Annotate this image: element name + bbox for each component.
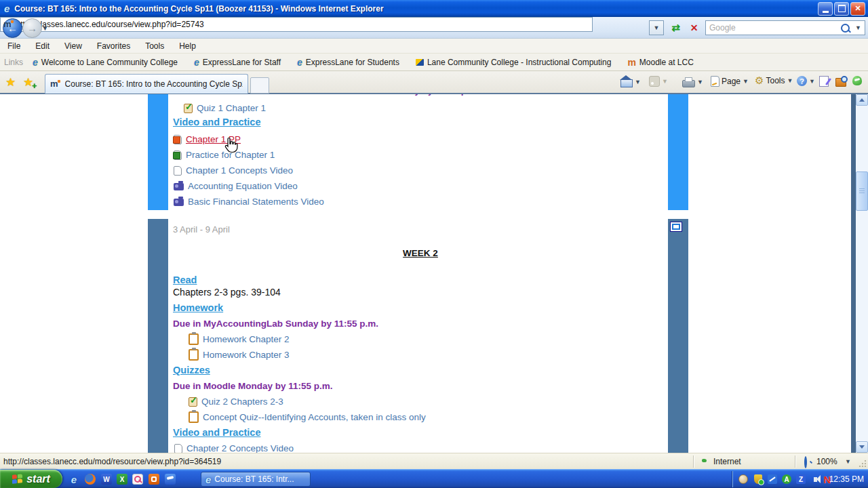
search-icon[interactable] xyxy=(841,24,850,33)
tray-green-a-icon[interactable]: A xyxy=(781,474,792,485)
square-icon xyxy=(672,224,680,230)
chevron-down-icon: ▼ xyxy=(697,79,703,85)
moodle-icon: m xyxy=(627,59,635,66)
link-expresslane-students[interactable]: e ExpressLane for Students xyxy=(297,57,399,68)
quicklaunch-ie-icon[interactable]: e xyxy=(68,473,80,485)
course-item-basic-financial-video[interactable]: Basic Financial Statements Video xyxy=(174,196,324,207)
course-item-label: Basic Financial Statements Video xyxy=(188,197,324,207)
quicklaunch-excel-icon[interactable]: X xyxy=(116,473,128,485)
forward-button[interactable]: → xyxy=(22,18,42,38)
powerpoint-icon xyxy=(174,135,182,144)
links-label: Links xyxy=(4,58,23,67)
home-button[interactable]: ▼ xyxy=(620,76,641,87)
homework-due-text: Due in MyAccountingLab Sunday by 11:55 p… xyxy=(173,319,378,329)
scroll-down-button[interactable] xyxy=(856,441,868,453)
ie-logo-icon: e xyxy=(4,3,9,14)
favorites-star-icon[interactable]: ★ xyxy=(5,75,16,89)
link-label: Welcome to Lane Community College xyxy=(41,58,178,67)
menu-file[interactable]: File xyxy=(0,41,28,51)
messenger-icon xyxy=(852,76,862,85)
forward-arrow-icon: → xyxy=(27,22,37,34)
quicklaunch-key-app-icon[interactable] xyxy=(132,473,144,485)
course-item-accounting-equation-video[interactable]: Accounting Equation Video xyxy=(174,180,298,192)
restore-icon xyxy=(838,5,846,12)
page-edge-strip xyxy=(851,94,856,453)
quicklaunch-firefox-icon[interactable] xyxy=(84,473,96,485)
close-button[interactable]: ✕ xyxy=(850,2,865,16)
clipped-due-text: Due in Moodle Monday by 11:55 p.m. xyxy=(320,94,480,96)
course-item-homework-ch2[interactable]: Homework Chapter 2 xyxy=(189,333,290,345)
menu-help[interactable]: Help xyxy=(172,41,203,51)
feeds-button[interactable]: ▼ xyxy=(649,76,668,87)
zoom-dropdown[interactable]: ▼ xyxy=(845,458,851,465)
taskbar-task-course[interactable]: e Course: BT 165: Intr... xyxy=(201,472,311,487)
homework-heading: Homework xyxy=(173,302,223,313)
menu-favorites[interactable]: Favorites xyxy=(90,41,138,51)
chevron-down-icon: ▼ xyxy=(654,24,660,31)
scrollbar-thumb[interactable] xyxy=(856,171,868,211)
page-icon xyxy=(174,444,182,453)
course-item-concept-quiz[interactable]: Concept Quiz--Identifying Accounts, take… xyxy=(189,411,426,423)
show-only-week-button[interactable] xyxy=(670,222,682,232)
zoom-lens-icon xyxy=(804,458,807,467)
course-item-ch2-concepts-video[interactable]: Chapter 2 Concepts Video xyxy=(174,443,294,453)
chevron-down-icon: ▼ xyxy=(809,78,815,85)
help-button[interactable]: ?▼ xyxy=(797,76,815,86)
research-button[interactable] xyxy=(835,76,846,87)
course-item-ch1-concepts-video[interactable]: Chapter 1 Concepts Video xyxy=(174,165,293,176)
course-item-homework-ch3[interactable]: Homework Chapter 3 xyxy=(189,349,290,361)
scroll-up-button[interactable] xyxy=(856,94,868,106)
page-icon xyxy=(174,166,182,176)
week2-left-bar xyxy=(148,219,168,453)
stop-button[interactable]: ✕ xyxy=(686,20,703,36)
assignment-icon xyxy=(189,411,199,423)
video-icon xyxy=(174,183,184,190)
refresh-button[interactable]: ⇄ xyxy=(667,20,684,36)
taskbar-clock: 12:35 PM xyxy=(829,474,864,484)
messenger-button[interactable] xyxy=(852,76,862,85)
ie-page-icon: e xyxy=(194,57,199,68)
vertical-scrollbar[interactable] xyxy=(856,94,868,453)
tray-z-icon[interactable]: Z xyxy=(795,474,806,485)
course-item-label: Homework Chapter 3 xyxy=(203,350,290,360)
tray-shield-icon[interactable] xyxy=(753,474,764,485)
assignment-icon xyxy=(189,333,199,345)
link-moodle-lcc[interactable]: m Moodle at LCC xyxy=(627,58,694,67)
quicklaunch-blue-app-icon[interactable] xyxy=(164,473,176,485)
address-dropdown-button[interactable]: ▼ xyxy=(649,20,664,35)
quicklaunch-orange-app-icon[interactable] xyxy=(148,473,160,485)
recent-pages-dropdown[interactable]: ▼ xyxy=(42,25,48,32)
page-menu-button[interactable]: Page▼ xyxy=(711,76,749,87)
quicklaunch-word-icon[interactable]: W xyxy=(100,473,113,485)
tray-round-icon[interactable] xyxy=(738,474,749,485)
menu-tools[interactable]: Tools xyxy=(138,41,172,51)
search-options-dropdown[interactable]: ▼ xyxy=(855,24,861,31)
assignment-icon xyxy=(189,349,199,361)
tray-blue-key-icon[interactable] xyxy=(767,474,778,485)
add-favorite-icon[interactable]: ★ xyxy=(23,75,33,89)
edit-page-button[interactable] xyxy=(819,76,829,87)
print-button[interactable]: ▼ xyxy=(682,76,703,87)
link-expresslane-staff[interactable]: e ExpressLane for Staff xyxy=(194,57,281,68)
tray-volume-icon[interactable] xyxy=(810,474,821,485)
course-item-quiz1[interactable]: Quiz 1 Chapter 1 xyxy=(184,102,266,114)
course-item-quiz2[interactable]: Quiz 2 Chapters 2-3 xyxy=(189,396,283,407)
search-input[interactable] xyxy=(706,23,841,33)
tab-course[interactable]: m Course: BT 165: Intro to the Accountin… xyxy=(45,74,248,94)
chevron-down-icon: ▼ xyxy=(635,79,641,85)
tools-menu-label: Tools xyxy=(766,76,785,85)
restore-button[interactable] xyxy=(834,2,849,16)
address-field[interactable]: m xyxy=(0,17,593,32)
menu-edit[interactable]: Edit xyxy=(28,41,57,51)
link-lcc-instructional[interactable]: Lane Community College - Instructional C… xyxy=(416,58,611,67)
link-welcome-lcc[interactable]: e Welcome to Lane Community College xyxy=(33,57,178,68)
new-tab-button[interactable] xyxy=(250,77,269,94)
start-button[interactable]: start xyxy=(0,470,62,488)
video-icon xyxy=(174,199,184,206)
menu-view[interactable]: View xyxy=(57,41,90,51)
url-input[interactable] xyxy=(15,19,589,30)
tools-menu-button[interactable]: ⚙Tools▼ xyxy=(755,76,793,85)
minimize-button[interactable] xyxy=(818,2,833,16)
minimize-icon xyxy=(823,11,829,13)
page-icon xyxy=(711,76,719,87)
